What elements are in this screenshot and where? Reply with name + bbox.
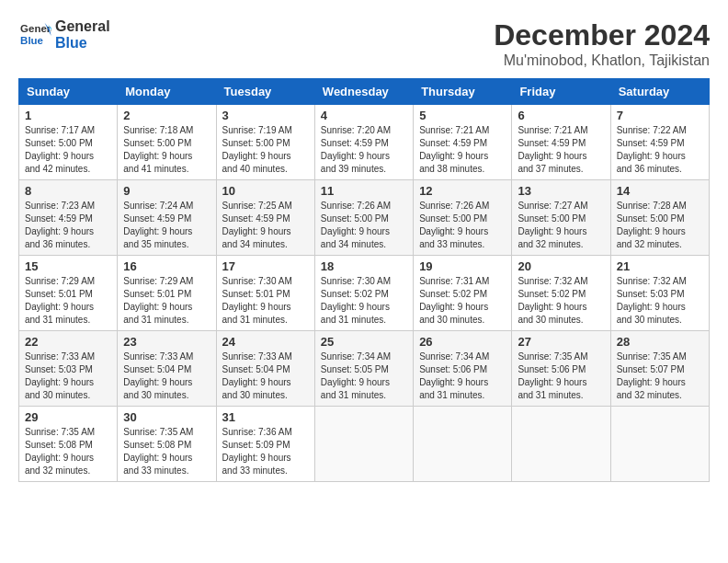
- day-31: 31 Sunrise: 7:36 AMSunset: 5:09 PMDaylig…: [216, 407, 314, 482]
- day-15: 15 Sunrise: 7:29 AMSunset: 5:01 PMDaylig…: [19, 256, 118, 331]
- calendar-table: Sunday Monday Tuesday Wednesday Thursday…: [18, 78, 710, 482]
- day-18: 18 Sunrise: 7:30 AMSunset: 5:02 PMDaylig…: [314, 256, 413, 331]
- day-17: 17 Sunrise: 7:30 AMSunset: 5:01 PMDaylig…: [216, 256, 314, 331]
- calendar-title: December 2024: [494, 18, 710, 52]
- day-19: 19 Sunrise: 7:31 AMSunset: 5:02 PMDaylig…: [414, 256, 512, 331]
- day-14: 14 Sunrise: 7:28 AMSunset: 5:00 PMDaylig…: [610, 180, 709, 256]
- day-23: 23 Sunrise: 7:33 AMSunset: 5:04 PMDaylig…: [118, 331, 216, 407]
- logo: General Blue General Blue: [18, 18, 110, 52]
- title-block: December 2024 Mu'minobod, Khatlon, Tajik…: [494, 18, 710, 69]
- day-20: 20 Sunrise: 7:32 AMSunset: 5:02 PMDaylig…: [512, 256, 610, 331]
- day-4: 4 Sunrise: 7:20 AMSunset: 4:59 PMDayligh…: [314, 105, 413, 180]
- col-thursday: Thursday: [414, 79, 512, 105]
- day-26: 26 Sunrise: 7:34 AMSunset: 5:06 PMDaylig…: [414, 331, 512, 407]
- week-2: 8 Sunrise: 7:23 AMSunset: 4:59 PMDayligh…: [19, 180, 710, 256]
- col-sunday: Sunday: [19, 79, 118, 105]
- logo-icon: General Blue: [18, 21, 51, 49]
- col-tuesday: Tuesday: [216, 79, 314, 105]
- day-9: 9 Sunrise: 7:24 AMSunset: 4:59 PMDayligh…: [118, 180, 216, 256]
- col-saturday: Saturday: [610, 79, 709, 105]
- week-3: 15 Sunrise: 7:29 AMSunset: 5:01 PMDaylig…: [19, 256, 710, 331]
- day-25: 25 Sunrise: 7:34 AMSunset: 5:05 PMDaylig…: [314, 331, 413, 407]
- day-7: 7 Sunrise: 7:22 AMSunset: 4:59 PMDayligh…: [610, 105, 709, 180]
- day-5: 5 Sunrise: 7:21 AMSunset: 4:59 PMDayligh…: [414, 105, 512, 180]
- calendar-header-row: Sunday Monday Tuesday Wednesday Thursday…: [19, 79, 710, 105]
- svg-text:Blue: Blue: [20, 35, 43, 46]
- day-24: 24 Sunrise: 7:33 AMSunset: 5:04 PMDaylig…: [216, 331, 314, 407]
- day-11: 11 Sunrise: 7:26 AMSunset: 5:00 PMDaylig…: [314, 180, 413, 256]
- calendar-subtitle: Mu'minobod, Khatlon, Tajikistan: [494, 52, 710, 69]
- day-3: 3 Sunrise: 7:19 AMSunset: 5:00 PMDayligh…: [216, 105, 314, 180]
- day-13: 13 Sunrise: 7:27 AMSunset: 5:00 PMDaylig…: [512, 180, 610, 256]
- day-6: 6 Sunrise: 7:21 AMSunset: 4:59 PMDayligh…: [512, 105, 610, 180]
- day-1: 1 Sunrise: 7:17 AMSunset: 5:00 PMDayligh…: [19, 105, 118, 180]
- day-21: 21 Sunrise: 7:32 AMSunset: 5:03 PMDaylig…: [610, 256, 709, 331]
- col-wednesday: Wednesday: [314, 79, 413, 105]
- empty-cell-1: [314, 407, 413, 482]
- empty-cell-4: [610, 407, 709, 482]
- day-12: 12 Sunrise: 7:26 AMSunset: 5:00 PMDaylig…: [414, 180, 512, 256]
- day-2: 2 Sunrise: 7:18 AMSunset: 5:00 PMDayligh…: [118, 105, 216, 180]
- page-header: General Blue General Blue December 2024 …: [18, 18, 710, 69]
- col-friday: Friday: [512, 79, 610, 105]
- week-1: 1 Sunrise: 7:17 AMSunset: 5:00 PMDayligh…: [19, 105, 710, 180]
- empty-cell-2: [414, 407, 512, 482]
- day-30: 30 Sunrise: 7:35 AMSunset: 5:08 PMDaylig…: [118, 407, 216, 482]
- day-22: 22 Sunrise: 7:33 AMSunset: 5:03 PMDaylig…: [19, 331, 118, 407]
- logo-general: General: [55, 18, 110, 35]
- logo-blue: Blue: [55, 35, 110, 52]
- day-29: 29 Sunrise: 7:35 AMSunset: 5:08 PMDaylig…: [19, 407, 118, 482]
- empty-cell-3: [512, 407, 610, 482]
- day-27: 27 Sunrise: 7:35 AMSunset: 5:06 PMDaylig…: [512, 331, 610, 407]
- svg-text:General: General: [20, 23, 51, 34]
- col-monday: Monday: [118, 79, 216, 105]
- day-10: 10 Sunrise: 7:25 AMSunset: 4:59 PMDaylig…: [216, 180, 314, 256]
- week-4: 22 Sunrise: 7:33 AMSunset: 5:03 PMDaylig…: [19, 331, 710, 407]
- day-8: 8 Sunrise: 7:23 AMSunset: 4:59 PMDayligh…: [19, 180, 118, 256]
- day-28: 28 Sunrise: 7:35 AMSunset: 5:07 PMDaylig…: [610, 331, 709, 407]
- day-16: 16 Sunrise: 7:29 AMSunset: 5:01 PMDaylig…: [118, 256, 216, 331]
- week-5: 29 Sunrise: 7:35 AMSunset: 5:08 PMDaylig…: [19, 407, 710, 482]
